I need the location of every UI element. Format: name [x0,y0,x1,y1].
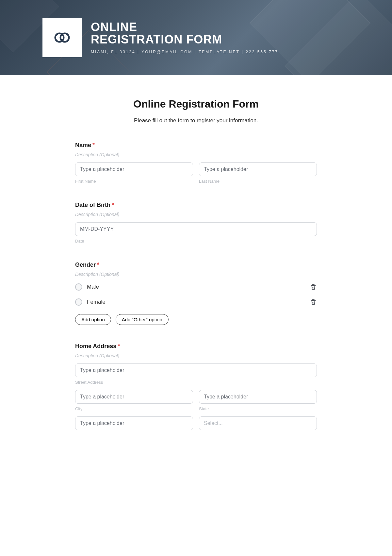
home-address-label: Home Address* [75,343,317,350]
hero-banner: ONLINE REGISTRATION FORM MIAMI, FL 33124… [0,0,392,75]
address-extra-input[interactable] [75,416,193,430]
dob-input[interactable] [75,222,317,236]
page-title: Online Registration Form [75,98,317,110]
rings-icon [52,31,72,44]
trash-icon[interactable] [310,298,317,306]
dob-sublabel: Date [75,239,317,244]
city-input[interactable] [75,390,193,404]
gender-option-label[interactable]: Female [87,299,106,305]
last-name-sublabel: Last Name [199,179,317,184]
name-label: Name* [75,142,317,149]
required-mark: * [118,343,120,349]
state-input[interactable] [199,390,317,404]
field-dob: Date of Birth* Description (Optional) Da… [75,202,317,244]
home-address-desc[interactable]: Description (Optional) [75,353,317,358]
required-mark: * [97,261,99,268]
gender-option-male: Male [75,282,317,292]
field-name: Name* Description (Optional) First Name … [75,142,317,184]
state-sublabel: State [199,406,317,411]
radio-icon[interactable] [75,283,82,291]
logo [42,18,82,57]
add-other-option-button[interactable]: Add "Other" option [116,314,169,325]
last-name-input[interactable] [199,162,317,176]
gender-option-female: Female [75,297,317,307]
gender-desc[interactable]: Description (Optional) [75,272,317,277]
street-sublabel: Street Address [75,380,317,385]
first-name-input[interactable] [75,162,193,176]
form-content: Online Registration Form Please fill out… [69,75,323,443]
street-address-input[interactable] [75,363,317,377]
hero-title: ONLINE REGISTRATION FORM [91,21,278,46]
gender-label: Gender* [75,261,317,268]
gender-option-label[interactable]: Male [87,284,99,290]
hero-subline: MIAMI, FL 33124 | YOUR@EMAIL.COM | TEMPL… [91,50,278,54]
page-description: Please fill out the form to register you… [75,117,317,124]
required-mark: * [92,142,95,148]
field-gender: Gender* Description (Optional) Male Fema… [75,261,317,325]
city-sublabel: City [75,406,193,411]
name-desc[interactable]: Description (Optional) [75,152,317,157]
svg-point-1 [60,33,69,42]
dob-label: Date of Birth* [75,202,317,209]
country-select[interactable] [199,416,317,430]
radio-icon[interactable] [75,298,82,306]
field-home-address: Home Address* Description (Optional) Str… [75,343,317,430]
trash-icon[interactable] [310,283,317,291]
required-mark: * [112,202,114,208]
dob-desc[interactable]: Description (Optional) [75,212,317,217]
first-name-sublabel: First Name [75,179,193,184]
add-option-button[interactable]: Add option [75,314,111,325]
